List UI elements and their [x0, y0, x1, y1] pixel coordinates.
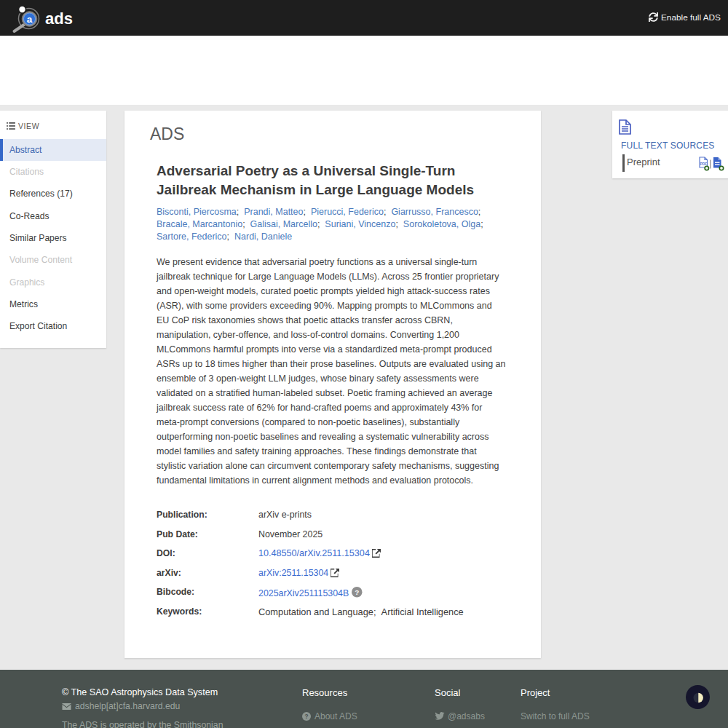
svg-text:PDF: PDF	[700, 162, 707, 166]
svg-text:?: ?	[355, 588, 359, 596]
svg-text:a: a	[27, 14, 33, 25]
svg-text:?: ?	[304, 713, 308, 720]
